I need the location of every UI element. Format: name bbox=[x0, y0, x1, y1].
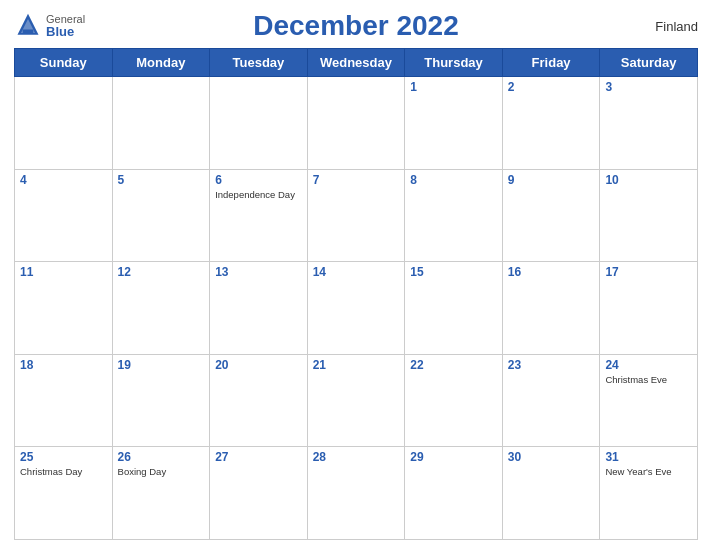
date-number: 5 bbox=[118, 173, 205, 187]
calendar-cell: 2 bbox=[502, 77, 600, 170]
date-number: 14 bbox=[313, 265, 400, 279]
calendar-header: General Blue December 2022 Finland bbox=[14, 10, 698, 42]
calendar-cell: 9 bbox=[502, 169, 600, 262]
calendar-cell bbox=[210, 77, 308, 170]
calendar-cell: 7 bbox=[307, 169, 405, 262]
date-number: 12 bbox=[118, 265, 205, 279]
calendar-cell: 20 bbox=[210, 354, 308, 447]
date-number: 6 bbox=[215, 173, 302, 187]
holiday-name: Christmas Eve bbox=[605, 374, 692, 385]
logo: General Blue bbox=[14, 12, 85, 40]
date-number: 18 bbox=[20, 358, 107, 372]
calendar-table: SundayMondayTuesdayWednesdayThursdayFrid… bbox=[14, 48, 698, 540]
calendar-cell: 21 bbox=[307, 354, 405, 447]
weekday-wednesday: Wednesday bbox=[307, 49, 405, 77]
date-number: 29 bbox=[410, 450, 497, 464]
week-row-5: 25Christmas Day26Boxing Day2728293031New… bbox=[15, 447, 698, 540]
date-number: 30 bbox=[508, 450, 595, 464]
date-number: 19 bbox=[118, 358, 205, 372]
holiday-name: Christmas Day bbox=[20, 466, 107, 477]
calendar-cell: 29 bbox=[405, 447, 503, 540]
week-row-2: 456Independence Day78910 bbox=[15, 169, 698, 262]
holiday-name: Boxing Day bbox=[118, 466, 205, 477]
date-number: 4 bbox=[20, 173, 107, 187]
calendar-cell: 16 bbox=[502, 262, 600, 355]
svg-rect-2 bbox=[23, 30, 34, 34]
date-number: 23 bbox=[508, 358, 595, 372]
calendar-cell: 15 bbox=[405, 262, 503, 355]
date-number: 9 bbox=[508, 173, 595, 187]
weekday-header-row: SundayMondayTuesdayWednesdayThursdayFrid… bbox=[15, 49, 698, 77]
calendar-cell: 22 bbox=[405, 354, 503, 447]
calendar-cell: 17 bbox=[600, 262, 698, 355]
calendar-cell: 5 bbox=[112, 169, 210, 262]
week-row-1: 123 bbox=[15, 77, 698, 170]
calendar-cell bbox=[112, 77, 210, 170]
date-number: 7 bbox=[313, 173, 400, 187]
date-number: 8 bbox=[410, 173, 497, 187]
calendar-cell: 1 bbox=[405, 77, 503, 170]
weekday-friday: Friday bbox=[502, 49, 600, 77]
calendar-cell: 25Christmas Day bbox=[15, 447, 113, 540]
date-number: 10 bbox=[605, 173, 692, 187]
date-number: 24 bbox=[605, 358, 692, 372]
calendar-cell: 10 bbox=[600, 169, 698, 262]
logo-icon bbox=[14, 12, 42, 40]
date-number: 31 bbox=[605, 450, 692, 464]
date-number: 21 bbox=[313, 358, 400, 372]
calendar-cell: 12 bbox=[112, 262, 210, 355]
calendar-title: December 2022 bbox=[253, 10, 458, 42]
calendar-cell: 8 bbox=[405, 169, 503, 262]
date-number: 3 bbox=[605, 80, 692, 94]
calendar-cell: 31New Year's Eve bbox=[600, 447, 698, 540]
calendar-cell: 30 bbox=[502, 447, 600, 540]
calendar-cell: 4 bbox=[15, 169, 113, 262]
calendar-cell: 24Christmas Eve bbox=[600, 354, 698, 447]
weekday-sunday: Sunday bbox=[15, 49, 113, 77]
weekday-thursday: Thursday bbox=[405, 49, 503, 77]
calendar-container: General Blue December 2022 Finland Sunda… bbox=[0, 0, 712, 550]
calendar-cell: 6Independence Day bbox=[210, 169, 308, 262]
date-number: 25 bbox=[20, 450, 107, 464]
weekday-tuesday: Tuesday bbox=[210, 49, 308, 77]
date-number: 22 bbox=[410, 358, 497, 372]
calendar-cell: 11 bbox=[15, 262, 113, 355]
date-number: 28 bbox=[313, 450, 400, 464]
calendar-cell: 26Boxing Day bbox=[112, 447, 210, 540]
calendar-cell: 19 bbox=[112, 354, 210, 447]
weekday-monday: Monday bbox=[112, 49, 210, 77]
calendar-cell: 14 bbox=[307, 262, 405, 355]
logo-text: General Blue bbox=[46, 13, 85, 39]
date-number: 2 bbox=[508, 80, 595, 94]
calendar-cell: 13 bbox=[210, 262, 308, 355]
logo-blue-text: Blue bbox=[46, 25, 85, 39]
holiday-name: Independence Day bbox=[215, 189, 302, 200]
date-number: 17 bbox=[605, 265, 692, 279]
calendar-cell: 23 bbox=[502, 354, 600, 447]
date-number: 26 bbox=[118, 450, 205, 464]
weekday-saturday: Saturday bbox=[600, 49, 698, 77]
calendar-cell bbox=[15, 77, 113, 170]
calendar-cell: 18 bbox=[15, 354, 113, 447]
date-number: 20 bbox=[215, 358, 302, 372]
date-number: 27 bbox=[215, 450, 302, 464]
calendar-cell: 27 bbox=[210, 447, 308, 540]
date-number: 16 bbox=[508, 265, 595, 279]
calendar-cell bbox=[307, 77, 405, 170]
week-row-4: 18192021222324Christmas Eve bbox=[15, 354, 698, 447]
calendar-cell: 3 bbox=[600, 77, 698, 170]
calendar-cell: 28 bbox=[307, 447, 405, 540]
date-number: 15 bbox=[410, 265, 497, 279]
holiday-name: New Year's Eve bbox=[605, 466, 692, 477]
country-label: Finland bbox=[655, 19, 698, 34]
date-number: 11 bbox=[20, 265, 107, 279]
date-number: 13 bbox=[215, 265, 302, 279]
week-row-3: 11121314151617 bbox=[15, 262, 698, 355]
date-number: 1 bbox=[410, 80, 497, 94]
